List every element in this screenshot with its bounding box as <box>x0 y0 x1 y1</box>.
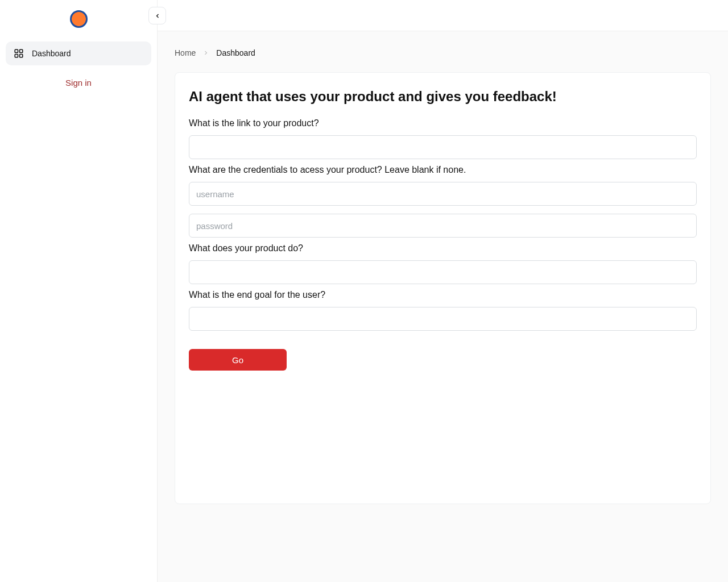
product-does-input[interactable] <box>189 260 697 284</box>
label-product-does: What does your product do? <box>189 243 697 253</box>
sidebar-item-label: Dashboard <box>32 49 71 58</box>
chevron-right-icon <box>202 49 209 56</box>
breadcrumb-home[interactable]: Home <box>175 48 196 57</box>
svg-rect-2 <box>15 55 18 57</box>
sidebar-item-dashboard[interactable]: Dashboard <box>6 41 151 65</box>
chevron-left-icon <box>154 13 161 19</box>
card-title: AI agent that uses your product and give… <box>189 89 697 105</box>
svg-rect-0 <box>15 49 18 52</box>
product-link-input[interactable] <box>189 135 697 159</box>
end-goal-input[interactable] <box>189 307 697 331</box>
svg-rect-3 <box>20 55 23 57</box>
label-credentials: What are the credentials to acess your p… <box>189 165 697 175</box>
content: Home Dashboard AI agent that uses your p… <box>158 31 728 582</box>
go-button[interactable]: Go <box>189 349 287 371</box>
topbar <box>158 0 728 31</box>
signin-link[interactable]: Sign in <box>6 71 151 94</box>
breadcrumb: Home Dashboard <box>175 48 711 57</box>
main: Home Dashboard AI agent that uses your p… <box>158 0 728 582</box>
app-logo[interactable] <box>70 10 88 28</box>
breadcrumb-current: Dashboard <box>216 48 255 57</box>
collapse-sidebar-button[interactable] <box>148 7 166 24</box>
logo-wrap <box>6 10 151 28</box>
password-input[interactable] <box>189 214 697 238</box>
svg-rect-1 <box>20 49 23 52</box>
dashboard-icon <box>14 48 24 59</box>
label-end-goal: What is the end goal for the user? <box>189 290 697 300</box>
label-product-link: What is the link to your product? <box>189 118 697 128</box>
sidebar: Dashboard Sign in <box>0 0 158 582</box>
username-input[interactable] <box>189 182 697 206</box>
form-card: AI agent that uses your product and give… <box>175 72 711 504</box>
